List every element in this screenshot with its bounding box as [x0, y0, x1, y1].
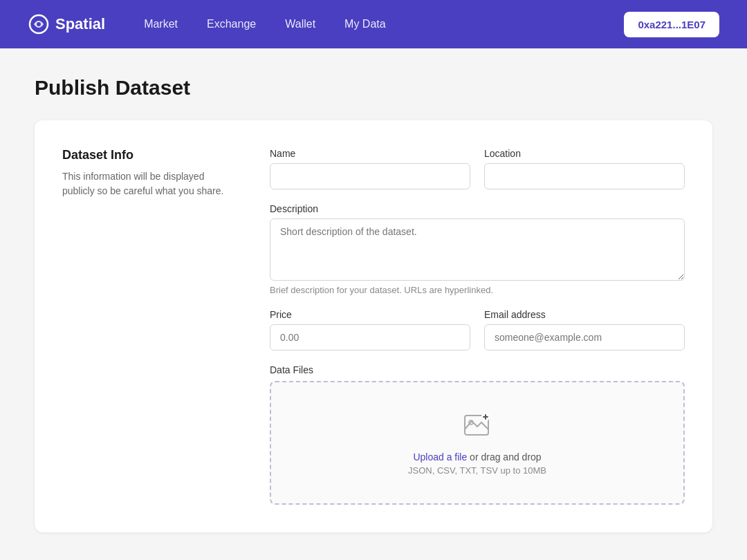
page-title: Publish Dataset [35, 76, 712, 100]
email-input[interactable] [484, 324, 685, 351]
nav-my-data[interactable]: My Data [333, 12, 397, 36]
logo-icon [28, 13, 50, 35]
description-group: Description [270, 203, 685, 281]
description-label: Description [270, 203, 685, 214]
nav-market[interactable]: Market [133, 12, 189, 36]
upload-subtext: JSON, CSV, TXT, TSV up to 10MB [408, 465, 546, 476]
price-label: Price [270, 309, 470, 320]
upload-file-link[interactable]: Upload a file [413, 451, 467, 463]
data-files-label: Data Files [270, 364, 685, 375]
main-content: Publish Dataset Dataset Info This inform… [0, 48, 747, 560]
upload-drag-text: or drag and drop [467, 451, 541, 463]
location-input[interactable] [484, 163, 685, 189]
logo[interactable]: Spatial [28, 13, 105, 35]
upload-icon-wrap [462, 410, 492, 443]
section-description: This information will be displayed publi… [62, 169, 228, 198]
logo-text: Spatial [55, 15, 105, 33]
wallet-address-button[interactable]: 0xa221...1E07 [624, 12, 719, 37]
description-hint: Brief description for your dataset. URLs… [270, 285, 685, 295]
upload-dropzone[interactable]: Upload a file or drag and drop JSON, CSV… [270, 381, 685, 505]
nav-wallet[interactable]: Wallet [274, 12, 326, 36]
nav-exchange[interactable]: Exchange [196, 12, 267, 36]
dataset-info-section: Dataset Info This information will be di… [62, 148, 228, 505]
form-fields: Name Location Description Brief descript… [270, 148, 685, 505]
name-location-row: Name Location [270, 148, 685, 189]
name-label: Name [270, 148, 470, 159]
upload-text: Upload a file or drag and drop [413, 451, 541, 463]
data-files-group: Data Files [270, 364, 685, 505]
svg-point-1 [37, 22, 41, 26]
section-title: Dataset Info [62, 148, 228, 162]
card-inner: Dataset Info This information will be di… [62, 148, 685, 505]
description-textarea[interactable] [270, 218, 685, 281]
nav-links: Market Exchange Wallet My Data [133, 12, 624, 36]
price-input[interactable] [270, 324, 470, 351]
email-group: Email address [484, 309, 685, 351]
publish-card: Dataset Info This information will be di… [35, 120, 712, 532]
location-label: Location [484, 148, 685, 159]
name-group: Name [270, 148, 470, 189]
price-email-row: Price Email address [270, 309, 685, 351]
upload-image-icon [462, 410, 492, 440]
price-group: Price [270, 309, 470, 351]
name-input[interactable] [270, 163, 470, 189]
location-group: Location [484, 148, 685, 189]
email-label: Email address [484, 309, 685, 320]
